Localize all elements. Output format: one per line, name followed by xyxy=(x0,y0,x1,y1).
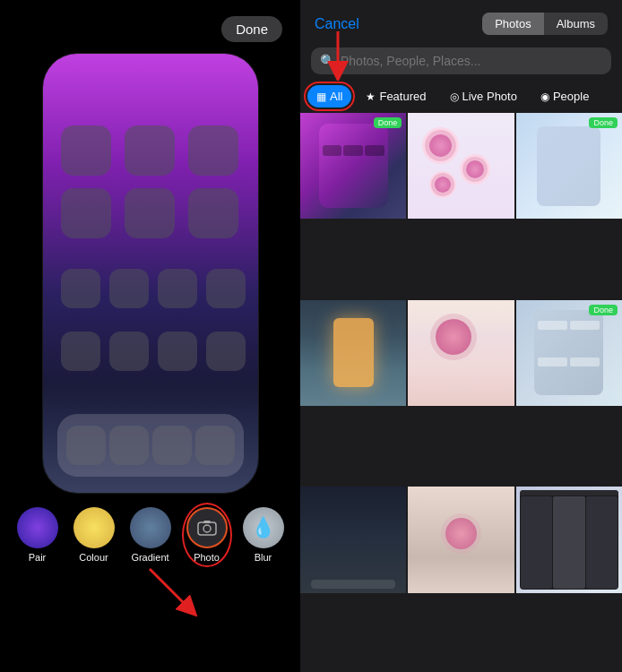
phone-icon-sm xyxy=(61,332,100,371)
phone-icon xyxy=(125,188,175,238)
filter-all[interactable]: ▦ All xyxy=(307,85,351,108)
pair-icon xyxy=(17,507,58,548)
photo-thumbnail[interactable] xyxy=(300,487,406,592)
phone-icon xyxy=(61,125,111,176)
pair-label: Pair xyxy=(29,552,47,563)
toolbar-item-colour[interactable]: Colour xyxy=(73,507,115,563)
blur-icon: 💧 xyxy=(243,507,284,548)
phone-icon-sm xyxy=(206,269,246,308)
phone-icon xyxy=(188,125,238,176)
phone-icon xyxy=(125,125,175,176)
photo-thumbnail[interactable] xyxy=(408,113,514,219)
phone-icon-row2 xyxy=(61,269,240,308)
phone-dock xyxy=(57,414,244,477)
colour-label: Colour xyxy=(79,552,108,563)
filter-people-label: People xyxy=(553,90,589,103)
photo-icon xyxy=(186,507,228,548)
star-icon: ★ xyxy=(366,90,376,103)
gradient-label: Gradient xyxy=(131,552,168,563)
filter-people[interactable]: ◉ People xyxy=(531,85,598,108)
blur-label: Blur xyxy=(255,552,272,563)
photo-thumbnail[interactable]: Done xyxy=(516,300,622,406)
phone-mockup xyxy=(43,54,258,493)
tab-albums[interactable]: Albums xyxy=(544,13,608,35)
livephoto-icon: ◎ xyxy=(450,90,459,103)
colour-icon xyxy=(73,507,115,548)
search-input[interactable] xyxy=(341,54,602,68)
photo-grid: Done Done xyxy=(300,113,622,672)
toolbar-item-blur[interactable]: 💧 Blur xyxy=(243,507,284,563)
all-icon: ▦ xyxy=(316,90,326,103)
dock-icon xyxy=(152,426,192,465)
right-panel: Cancel Photos Albums 🔍 ▦ All ★ Featured … xyxy=(300,0,622,672)
photo-thumbnail[interactable] xyxy=(516,487,622,592)
all-filter-wrapper: ▦ All xyxy=(307,85,351,108)
gradient-icon xyxy=(130,507,171,548)
phone-icon xyxy=(61,188,111,238)
left-panel: Done xyxy=(0,0,300,672)
filter-featured[interactable]: ★ Featured xyxy=(357,85,435,108)
done-badge: Done xyxy=(589,117,618,128)
phone-icon-row3 xyxy=(61,332,240,371)
svg-rect-2 xyxy=(203,521,211,523)
phone-icon xyxy=(188,188,238,238)
search-icon: 🔍 xyxy=(320,54,335,68)
filter-all-label: All xyxy=(330,90,342,103)
photo-label: Photo xyxy=(194,552,220,563)
tab-group: Photos Albums xyxy=(482,13,608,35)
svg-line-4 xyxy=(150,569,190,609)
photo-thumbnail[interactable]: Done xyxy=(516,113,622,219)
filter-livephoto[interactable]: ◎ Live Photo xyxy=(441,85,526,108)
phone-icon-sm xyxy=(158,269,197,308)
toolbar-item-gradient[interactable]: Gradient xyxy=(130,507,171,563)
filter-livephoto-label: Live Photo xyxy=(462,90,517,103)
svg-rect-0 xyxy=(198,522,216,535)
tab-photos[interactable]: Photos xyxy=(482,13,543,35)
top-bar: Cancel Photos Albums xyxy=(300,0,622,42)
bottom-toolbar: Pair Colour Gradient Photo 💧 Blur xyxy=(0,493,300,572)
done-badge: Done xyxy=(374,117,402,128)
phone-icon-sm xyxy=(109,332,149,371)
phone-icon-sm xyxy=(61,269,100,308)
filter-bar: ▦ All ★ Featured ◎ Live Photo ◉ People xyxy=(300,80,622,113)
done-button[interactable]: Done xyxy=(221,16,282,42)
phone-icon-sm xyxy=(206,332,246,371)
people-icon: ◉ xyxy=(540,90,549,103)
phone-icon-sm xyxy=(158,332,197,371)
phone-icon-sm xyxy=(109,269,149,308)
phone-icon-grid xyxy=(61,125,240,238)
dock-icon xyxy=(195,426,235,465)
photo-thumbnail[interactable] xyxy=(300,300,406,406)
photo-thumbnail[interactable] xyxy=(408,487,514,592)
photo-thumbnail[interactable]: Done xyxy=(300,113,406,219)
search-bar: 🔍 xyxy=(311,47,611,74)
dock-icon xyxy=(66,426,106,465)
svg-point-1 xyxy=(203,525,211,532)
toolbar-item-pair[interactable]: Pair xyxy=(17,507,58,563)
filter-featured-label: Featured xyxy=(379,90,426,103)
dock-icon xyxy=(109,426,149,465)
done-badge: Done xyxy=(589,305,618,315)
toolbar-item-photo[interactable]: Photo xyxy=(186,507,228,563)
photo-thumbnail[interactable] xyxy=(408,300,514,406)
cancel-button[interactable]: Cancel xyxy=(315,16,359,32)
